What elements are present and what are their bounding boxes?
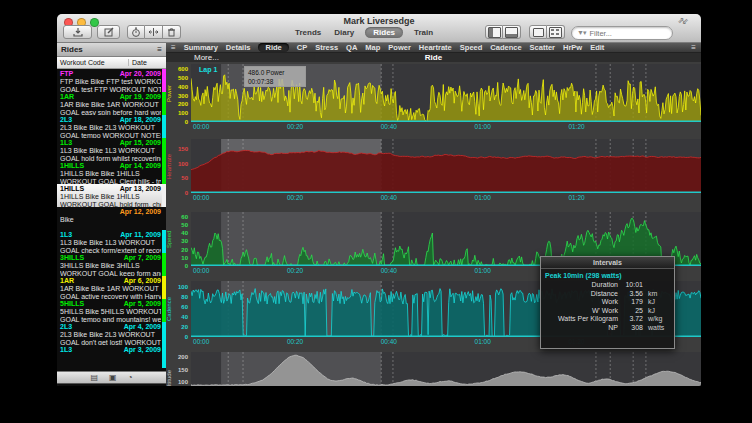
split-activity-button[interactable] bbox=[145, 25, 163, 39]
ytick-label: 40 bbox=[181, 314, 188, 320]
interval-stat-value: 179 bbox=[623, 298, 643, 307]
sidebar-title: Rides bbox=[61, 45, 83, 54]
ride-description-line: 2L3 Bike Bike 2L3 WORKOUT bbox=[60, 331, 161, 339]
sidebar-toggle-button[interactable] bbox=[485, 25, 503, 39]
ride-list-item[interactable]: 1ARApr 6, 20091AR Bike Bike 1AR WORKOUTG… bbox=[57, 276, 166, 299]
ride-list-item[interactable]: 1ARApr 19, 20091AR Bike Bike 1AR WORKOUT… bbox=[57, 92, 166, 115]
refresh-icon[interactable]: ◔ bbox=[128, 373, 133, 383]
chart-title-bar: More... Ride bbox=[166, 53, 701, 62]
ride-description-line: 1L3 Bike Bike 1L3 WORKOUT bbox=[60, 147, 161, 155]
ride-list-item[interactable]: 1L3Apr 11, 20091L3 Bike Bike 1L3 WORKOUT… bbox=[57, 230, 166, 253]
tab-heartrate[interactable]: Heartrate bbox=[419, 43, 452, 52]
interval-stat-row: W' Work25kJ bbox=[541, 307, 674, 316]
ytick-label: 50 bbox=[181, 222, 188, 228]
ytick-label: 300 bbox=[178, 93, 188, 99]
chart-power: Power0100200300400500600Lap 1486.0 Power… bbox=[166, 64, 701, 133]
sidebar-menu-icon[interactable]: ≡ bbox=[157, 45, 162, 54]
manual-entry-button[interactable] bbox=[97, 25, 120, 39]
ride-item-header: 1ARApr 19, 2009 bbox=[60, 93, 161, 101]
tab-cp[interactable]: CP bbox=[297, 43, 307, 52]
xtick-label: 00:40 bbox=[381, 267, 397, 274]
calendar-icon[interactable]: ▤ bbox=[91, 373, 99, 383]
chart-power-plotwrap: Lap 1486.0 Power00:07:38 bbox=[191, 64, 701, 122]
ride-date: Apr 11, 2009 bbox=[120, 231, 161, 239]
tab-power[interactable]: Power bbox=[388, 43, 411, 52]
import-icon bbox=[73, 27, 83, 37]
ytick-label: 20 bbox=[181, 247, 188, 253]
tab-scatter[interactable]: Scatter bbox=[530, 43, 555, 52]
chart-heartrate: Heartrate05010015000:0000:2000:4001:0001… bbox=[166, 139, 701, 204]
lowbar-toggle-button[interactable] bbox=[529, 25, 547, 39]
ytick-label: 60 bbox=[181, 304, 188, 310]
ride-list-item[interactable]: 3HILLSApr 7, 20093HILLS Bike Bike 3HILLS… bbox=[57, 253, 166, 276]
intervals-panel-title[interactable]: Intervals bbox=[541, 257, 674, 269]
ride-list-item[interactable]: 1L3Apr 3, 2009 bbox=[57, 345, 166, 368]
ride-description-line: Bike bbox=[60, 216, 161, 224]
delete-activity-button[interactable] bbox=[163, 25, 181, 39]
ride-list-item[interactable]: Apr 12, 2009Bike bbox=[57, 207, 166, 230]
chart-altitude-plot[interactable] bbox=[191, 352, 701, 386]
tab-stress[interactable]: Stress bbox=[315, 43, 338, 52]
interval-stat-label: NP bbox=[541, 324, 623, 333]
tiled-view-button[interactable] bbox=[547, 25, 565, 39]
tab-edit[interactable]: Edit bbox=[590, 43, 604, 52]
ride-workout-code: 2L3 bbox=[60, 323, 72, 331]
tab-hrpw[interactable]: HrPw bbox=[563, 43, 582, 52]
screenshot-canvas: { "window": { "title": "Mark Liversedge"… bbox=[0, 0, 752, 423]
ride-list-item[interactable]: 1HILLSApr 13, 20091HILLS Bike Bike 1HILL… bbox=[57, 184, 166, 207]
stopwatch-icon bbox=[131, 27, 141, 37]
filter-input[interactable] bbox=[587, 28, 666, 39]
nav-tab-train[interactable]: Train bbox=[412, 27, 435, 38]
ride-workout-code: 1L3 bbox=[60, 139, 72, 147]
chart-cadence-axis-label: Cadence bbox=[166, 281, 174, 337]
chart-heartrate-plot[interactable] bbox=[191, 139, 701, 193]
ride-list-item[interactable]: FTPApr 20, 2009FTP Bike Bike FTP test WO… bbox=[57, 69, 166, 92]
column-workout-code[interactable]: Workout Code bbox=[57, 59, 129, 66]
xtick-label: 00:00 bbox=[193, 267, 209, 274]
nav-tab-rides[interactable]: Rides bbox=[365, 27, 403, 38]
ride-workout-code: 1AR bbox=[60, 93, 74, 101]
stopwatch-button[interactable] bbox=[127, 25, 145, 39]
ride-list-item[interactable]: 1HILLSApr 14, 20091HILLS Bike Bike 1HILL… bbox=[57, 161, 166, 184]
tab-details[interactable]: Details bbox=[226, 43, 251, 52]
column-date[interactable]: Date bbox=[129, 59, 166, 66]
ride-workout-code: 1AR bbox=[60, 277, 74, 285]
tab-cadence[interactable]: Cadence bbox=[490, 43, 521, 52]
tab-summary[interactable]: Summary bbox=[184, 43, 218, 52]
ytick-label: 200 bbox=[178, 101, 188, 107]
bottombar-toggle-icon bbox=[505, 27, 518, 38]
fullscreen-icon[interactable]: ⇗⇗ bbox=[678, 17, 689, 25]
ride-list-item[interactable]: 2L3Apr 18, 20092L3 Bike Bike 2L3 WORKOUT… bbox=[57, 115, 166, 138]
bottombar-toggle-button[interactable] bbox=[503, 25, 521, 39]
interval-stat-value: 10:01 bbox=[623, 281, 643, 290]
tab-ride[interactable]: Ride bbox=[258, 43, 288, 52]
ride-list-item[interactable]: 5HILLSApr 5, 20095HILLS Bike 5HILLS WORK… bbox=[57, 299, 166, 322]
filter-field[interactable]: ▼▾ bbox=[571, 26, 673, 40]
tabbar-menu-right-icon[interactable]: ≡ bbox=[691, 43, 696, 52]
nav-tab-trends[interactable]: Trends bbox=[293, 27, 323, 38]
more-link[interactable]: More... bbox=[194, 53, 219, 62]
tab-speed[interactable]: Speed bbox=[460, 43, 483, 52]
ytick-label: 200 bbox=[178, 354, 188, 360]
folder-icon[interactable]: ▣ bbox=[109, 373, 117, 383]
ride-workout-code: 2L3 bbox=[60, 116, 72, 124]
tab-qa[interactable]: QA bbox=[346, 43, 357, 52]
tab-map[interactable]: Map bbox=[365, 43, 380, 52]
ytick-label: 100 bbox=[178, 110, 188, 116]
nav-tab-diary[interactable]: Diary bbox=[332, 27, 356, 38]
ride-item-header: 5HILLSApr 5, 2009 bbox=[60, 300, 161, 308]
ytick-label: 150 bbox=[178, 367, 188, 373]
ride-list-item[interactable]: 2L3Apr 4, 20092L3 Bike Bike 2L3 WORKOUTG… bbox=[57, 322, 166, 345]
ride-list-item[interactable]: 1L3Apr 15, 20091L3 Bike Bike 1L3 WORKOUT… bbox=[57, 138, 166, 161]
import-activity-button[interactable] bbox=[63, 25, 92, 39]
chart-altitude-row: Altitude100150200 bbox=[166, 352, 701, 386]
tabbar-menu-left-icon[interactable]: ≡ bbox=[171, 43, 176, 52]
ride-description-line: 5HILLS Bike 5HILLS WORKOUT bbox=[60, 308, 161, 316]
ride-workout-code: 1L3 bbox=[60, 346, 72, 354]
interval-stat-row: Duration10:01 bbox=[541, 281, 674, 290]
ytick-label: 100 bbox=[178, 284, 188, 290]
sidebar-header: Rides ≡ bbox=[57, 43, 166, 57]
ride-date: Apr 6, 2009 bbox=[124, 277, 161, 285]
ride-item-header: 1ARApr 6, 2009 bbox=[60, 277, 161, 285]
ytick-label: 100 bbox=[178, 161, 188, 167]
